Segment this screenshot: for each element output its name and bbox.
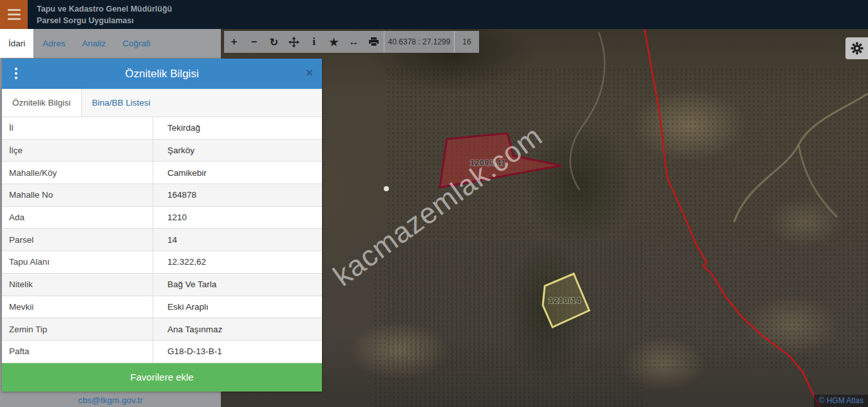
parcel-label: 1210/14 [549, 296, 581, 305]
refresh-button[interactable]: ↻ [264, 31, 284, 53]
print-button[interactable] [364, 31, 384, 53]
attribute-value: Şarköy [160, 146, 194, 155]
attribute-table: İlTekirdağİlçeŞarköyMahalle/KöyCamikebir… [2, 117, 322, 363]
app-title: Tapu ve Kadastro Genel Müdürlüğü Parsel … [37, 3, 172, 26]
map-attribution: © HGM Atlas [814, 395, 868, 407]
attribute-label: Pafta [2, 346, 160, 356]
parcel-query-app: 1209/141 1210/14 kacmazemlak.com İdari A… [0, 0, 868, 407]
red-boundary-line [645, 29, 820, 407]
table-row: MevkiiEski Araplı [2, 296, 322, 319]
close-icon[interactable]: × [306, 66, 313, 80]
info-icon: i [312, 35, 316, 48]
table-row: Mahalle/KöyCamikebir [2, 162, 322, 184]
contact-email-link[interactable]: cbs@tkgm.gov.tr [0, 395, 221, 405]
table-row: Ada1210 [2, 207, 322, 229]
attribute-value: Ana Taşınmaz [160, 325, 222, 334]
attribute-label: Mahalle/Köy [2, 168, 160, 178]
attribute-value: 164878 [160, 190, 196, 200]
zoom-level-display: 16 [454, 31, 479, 53]
app-title-line1: Tapu ve Kadastro Genel Müdürlüğü [37, 3, 172, 15]
map-toolbar: + − ↻ i ★ ↔ 40.6378 : 27.1299 16 [224, 31, 479, 53]
gear-icon [851, 42, 863, 55]
hamburger-icon [8, 9, 21, 11]
attribute-value: Camikebir [160, 168, 207, 178]
move-icon [288, 37, 299, 48]
coordinates-display: 40.6378 : 27.1299 [384, 31, 454, 53]
attribute-value: 12.322,62 [160, 257, 206, 267]
settings-button[interactable] [845, 37, 868, 59]
main-nav-tabs: İdari Adres Analiz Coğrafi [0, 29, 221, 59]
favorites-button[interactable]: ★ [324, 31, 344, 53]
app-title-line2: Parsel Sorgu Uygulaması [37, 15, 172, 26]
dirt-trail [571, 32, 605, 190]
tab-idari[interactable]: İdari [0, 29, 34, 58]
attribute-label: Ada [2, 213, 160, 222]
table-row: Zemin TipAna Taşınmaz [2, 318, 322, 341]
attribute-value: G18-D-13-B-1 [160, 346, 222, 356]
arrows-horizontal-icon: ↔ [349, 36, 359, 48]
kebab-menu-icon[interactable] [14, 66, 19, 80]
attribute-label: Zemin Tip [2, 325, 160, 334]
attribute-value: Bağ Ve Tarla [160, 279, 216, 289]
tab-adres[interactable]: Adres [34, 29, 73, 58]
table-row: İlçeŞarköy [2, 140, 322, 162]
panel-title: Öznitelik Bilgisi [125, 68, 198, 80]
attribute-value: 14 [160, 235, 177, 245]
table-row: Mahalle No164878 [2, 184, 322, 207]
printer-icon [368, 37, 379, 47]
attribute-label: Parsel [2, 235, 160, 245]
attribute-value: Eski Araplı [160, 302, 209, 312]
attribute-panel-header: Öznitelik Bilgisi × [2, 59, 322, 89]
parcel-label: 1209/141 [470, 158, 506, 167]
attribute-label: İl [2, 123, 160, 133]
table-row: Parsel14 [2, 229, 322, 251]
app-header: Tapu ve Kadastro Genel Müdürlüğü Parsel … [0, 0, 868, 29]
tab-oznitelik-bilgisi[interactable]: Öznitelik Bilgisi [2, 89, 82, 117]
attribute-label: Nitelik [2, 279, 160, 289]
refresh-icon: ↻ [270, 36, 278, 48]
measure-button[interactable]: ↔ [344, 31, 364, 53]
attribute-panel: Öznitelik Bilgisi × Öznitelik Bilgisi Bi… [2, 59, 322, 392]
table-row: İlTekirdağ [2, 117, 322, 140]
zoom-out-button[interactable]: − [244, 31, 264, 53]
table-row: Tapu Alanı12.322,62 [2, 251, 322, 274]
info-button[interactable]: i [304, 31, 324, 53]
tab-cografi[interactable]: Coğrafi [114, 29, 159, 58]
map-bright-spot [384, 186, 389, 191]
table-row: PaftaG18-D-13-B-1 [2, 341, 322, 363]
table-row: NitelikBağ Ve Tarla [2, 274, 322, 296]
attribute-label: İlçe [2, 146, 160, 155]
attribute-panel-tabs: Öznitelik Bilgisi Bina/BB Listesi [2, 89, 322, 117]
attribute-label: Mevkii [2, 302, 160, 312]
attribute-value: Tekirdağ [160, 123, 200, 133]
attribute-label: Tapu Alanı [2, 257, 160, 267]
star-icon: ★ [329, 36, 338, 48]
hamburger-menu-button[interactable] [0, 0, 28, 29]
zoom-in-button[interactable]: + [224, 31, 244, 53]
minus-icon: − [251, 36, 257, 48]
tab-bina-bb-listesi[interactable]: Bina/BB Listesi [82, 89, 161, 117]
add-to-favorites-button[interactable]: Favorilere ekle [2, 363, 322, 392]
attribute-label: Mahalle No [2, 190, 160, 200]
dirt-trail [798, 145, 837, 217]
plus-icon: + [231, 36, 237, 48]
pan-button[interactable] [284, 31, 304, 53]
tab-analiz[interactable]: Analiz [74, 29, 115, 58]
attribute-value: 1210 [160, 213, 187, 222]
